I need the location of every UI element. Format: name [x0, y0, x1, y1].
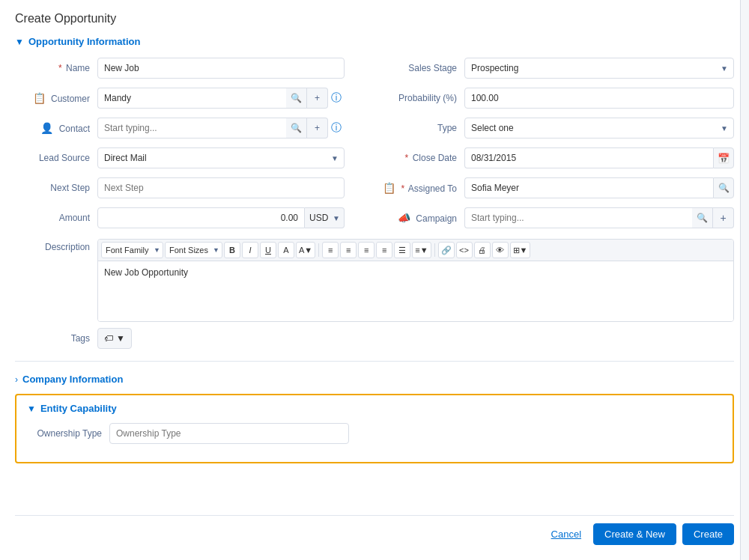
font-family-wrapper: Font Family ▼: [101, 242, 163, 258]
italic-button[interactable]: I: [242, 242, 258, 258]
type-select[interactable]: Select one: [464, 118, 734, 139]
customer-row: 📋 Customer 🔍 + ⓘ: [15, 86, 345, 110]
entity-section-title: Entity Capability: [40, 403, 117, 414]
probability-input[interactable]: [464, 88, 734, 109]
sales-stage-label: Sales Stage: [382, 63, 464, 73]
entity-toggle-icon[interactable]: ▼: [27, 404, 36, 414]
toolbar-sep-2: [434, 243, 435, 257]
lead-source-wrapper: Direct Mail Cold Call Email ▼: [97, 147, 345, 168]
indent-button[interactable]: ≡▼: [412, 242, 431, 258]
print-button[interactable]: 🖨: [474, 242, 491, 258]
create-button[interactable]: Create: [682, 523, 734, 545]
strikethrough-button[interactable]: A: [278, 242, 294, 258]
currency-wrapper: USD EUR GBP ▼: [305, 207, 345, 228]
opportunity-toggle-icon[interactable]: ▼: [15, 37, 24, 47]
left-column: * Name 📋 Customer 🔍 + ⓘ: [15, 56, 374, 236]
form-grid: * Name 📋 Customer 🔍 + ⓘ: [15, 56, 734, 236]
company-toggle-icon[interactable]: ›: [15, 374, 18, 385]
ownership-type-row: Ownership Type: [27, 421, 722, 445]
campaign-icon: 📣: [398, 212, 410, 224]
tags-dropdown-arrow: ▼: [116, 333, 125, 344]
amount-group: USD EUR GBP ▼: [97, 207, 345, 228]
customer-label: 📋 Customer: [15, 92, 97, 104]
description-editor: Font Family ▼ Font Sizes ▼ B I U A A▼: [97, 239, 734, 322]
editor-toolbar: Font Family ▼ Font Sizes ▼ B I U A A▼: [98, 240, 733, 261]
description-section: Description Font Family ▼ Font Sizes ▼: [15, 239, 734, 322]
campaign-search-button[interactable]: 🔍: [692, 207, 713, 228]
customer-info-button[interactable]: ⓘ: [328, 88, 345, 109]
probability-row: Probability (%): [382, 86, 734, 110]
tags-row: Tags 🏷 ▼: [15, 328, 734, 349]
name-input[interactable]: [97, 58, 345, 79]
customer-search-button[interactable]: 🔍: [286, 88, 307, 109]
preview-button[interactable]: 👁: [492, 242, 509, 258]
assigned-to-input[interactable]: [464, 177, 713, 198]
font-sizes-select[interactable]: Font Sizes: [165, 242, 222, 258]
close-date-input[interactable]: [464, 147, 713, 168]
opportunity-section-header[interactable]: ▼ Opportunity Information: [15, 36, 734, 47]
ownership-type-input[interactable]: [109, 423, 349, 444]
ownership-type-label: Ownership Type: [27, 428, 109, 439]
lead-source-label: Lead Source: [15, 153, 97, 163]
contact-input[interactable]: [97, 118, 286, 139]
create-and-new-button[interactable]: Create & New: [593, 523, 676, 545]
company-section-title: Company Information: [22, 374, 123, 385]
tags-button[interactable]: 🏷 ▼: [97, 328, 132, 349]
entity-section-header[interactable]: ▼ Entity Capability: [27, 403, 722, 414]
contact-row: 👤 Contact 🔍 + ⓘ: [15, 116, 345, 140]
lead-source-row: Lead Source Direct Mail Cold Call Email …: [15, 146, 345, 170]
contact-search-button[interactable]: 🔍: [286, 118, 307, 139]
assigned-to-search-button[interactable]: 🔍: [713, 177, 734, 198]
font-family-select[interactable]: Font Family: [101, 242, 163, 258]
assigned-to-label: 📋 * Assigned To: [382, 182, 464, 194]
contact-add-button[interactable]: +: [307, 118, 328, 139]
company-section: › Company Information: [15, 374, 734, 385]
sales-stage-wrapper: Prospecting Qualification Needs Analysis…: [464, 58, 734, 79]
next-step-label: Next Step: [15, 183, 97, 193]
bullet-list-button[interactable]: ☰: [394, 242, 410, 258]
bold-button[interactable]: B: [224, 242, 240, 258]
tag-icon: 🏷: [104, 333, 113, 344]
contact-icon: 👤: [40, 122, 53, 134]
amount-row: Amount USD EUR GBP ▼: [15, 206, 345, 230]
company-section-header[interactable]: › Company Information: [15, 374, 734, 385]
contact-input-group: 🔍 + ⓘ: [97, 118, 345, 139]
campaign-input[interactable]: [464, 207, 692, 228]
amount-input[interactable]: [97, 207, 305, 228]
type-row: Type Select one ▼: [382, 116, 734, 140]
editor-content[interactable]: New Job Opportunity: [98, 261, 733, 321]
campaign-add-button[interactable]: +: [713, 207, 734, 228]
align-justify-button[interactable]: ≡: [376, 242, 392, 258]
cancel-button[interactable]: Cancel: [545, 529, 587, 540]
contact-info-button[interactable]: ⓘ: [328, 118, 345, 139]
code-button[interactable]: <>: [456, 242, 473, 258]
close-date-wrapper: 📅: [464, 147, 734, 168]
table-button[interactable]: ⊞▼: [510, 242, 531, 258]
opportunity-section: ▼ Opportunity Information * Name 📋: [15, 36, 734, 349]
customer-input-group: 🔍 + ⓘ: [97, 88, 345, 109]
amount-label: Amount: [15, 213, 97, 223]
customer-add-button[interactable]: +: [307, 88, 328, 109]
lead-source-select[interactable]: Direct Mail Cold Call Email: [97, 147, 345, 168]
editor-body: New Job Opportunity: [98, 261, 733, 321]
toolbar-sep-1: [318, 243, 319, 257]
right-column: Sales Stage Prospecting Qualification Ne…: [374, 56, 734, 236]
font-color-button[interactable]: A▼: [296, 242, 315, 258]
customer-icon: 📋: [33, 92, 46, 104]
align-left-button[interactable]: ≡: [322, 242, 339, 258]
underline-button[interactable]: U: [260, 242, 276, 258]
align-center-button[interactable]: ≡: [340, 242, 357, 258]
calendar-button[interactable]: 📅: [713, 147, 734, 168]
description-label: Description: [15, 239, 97, 252]
contact-label: 👤 Contact: [15, 122, 97, 134]
footer-buttons: Cancel Create & New Create: [15, 515, 734, 548]
link-button[interactable]: 🔗: [438, 242, 455, 258]
customer-input[interactable]: [97, 88, 286, 109]
next-step-input[interactable]: [97, 177, 345, 198]
align-right-button[interactable]: ≡: [358, 242, 374, 258]
campaign-row: 📣 Campaign 🔍 +: [382, 206, 734, 230]
sales-stage-select[interactable]: Prospecting Qualification Needs Analysis…: [464, 58, 734, 79]
assigned-to-row: 📋 * Assigned To 🔍: [382, 176, 734, 200]
entity-section: ▼ Entity Capability Ownership Type: [15, 394, 734, 463]
currency-select[interactable]: USD EUR GBP: [305, 207, 345, 228]
